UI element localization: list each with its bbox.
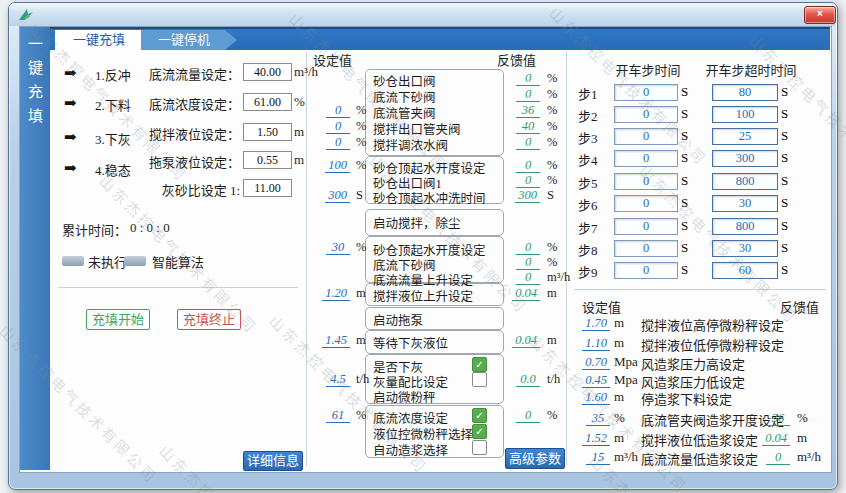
set-value-header: 设定值 — [313, 50, 352, 69]
step-time-input[interactable]: 0 — [614, 106, 678, 123]
elapsed-time-label: 累计时间： — [62, 220, 127, 239]
elapsed-time-value: 0 : 0 : 0 — [130, 220, 170, 236]
step-number: 步1 — [578, 84, 598, 103]
mixer-level-input[interactable]: 1.50 — [243, 123, 292, 141]
unit-label: m³/h — [614, 449, 638, 465]
ash-ratio-checkbox[interactable]: ✓ — [472, 372, 487, 387]
set-value[interactable]: 100 — [325, 158, 350, 173]
step-time-input[interactable]: 0 — [614, 195, 678, 212]
tab-one-key-stop[interactable]: 一键停机 — [141, 30, 237, 50]
set-unit: % — [356, 135, 366, 150]
feedback-unit: % — [547, 103, 557, 118]
feedback-unit: % — [547, 158, 557, 173]
pump-level-input[interactable]: 0.55 — [243, 151, 292, 169]
mid-row: 启动搅拌，除尘 — [306, 213, 566, 229]
detail-info-button[interactable]: 详细信息 — [243, 451, 303, 471]
set-value[interactable]: 300 — [325, 188, 350, 203]
step-time-input[interactable]: 0 — [614, 150, 678, 167]
step-timeout-input[interactable]: 25 — [712, 128, 778, 145]
unit-label: S — [681, 84, 688, 100]
fill-stop-button[interactable]: 充填终止 — [177, 309, 241, 330]
start-step-time-header: 开车步时间 — [600, 60, 696, 79]
feedback-unit: % — [547, 119, 557, 134]
feedback-value: 0 — [516, 87, 540, 102]
mid-row: 0 % 底流管夹阀 36 % — [306, 103, 566, 119]
set-unit: % — [356, 408, 366, 423]
step-name: 2.下料 — [95, 95, 131, 114]
feedback-unit: % — [547, 408, 557, 423]
step-timeout-input[interactable]: 100 — [712, 106, 778, 123]
set-value[interactable]: 30 — [326, 240, 350, 255]
set-value[interactable]: 35 — [586, 411, 610, 426]
set-value[interactable]: 1.20 — [322, 286, 350, 301]
fill-start-button[interactable]: 充填开始 — [86, 309, 150, 330]
step-timeout-input[interactable]: 30 — [712, 240, 778, 257]
set-value[interactable]: 1.60 — [582, 390, 610, 405]
step-arrow-icon: ➡ — [64, 128, 88, 146]
mid-row: 底流下砂阀 0 % — [306, 87, 566, 103]
unit-label: S — [681, 218, 688, 234]
mid-row: 30 % 砂仓顶起水开度设定 0 % — [306, 240, 566, 256]
step-timeout-input[interactable]: 300 — [712, 150, 778, 167]
set-value[interactable]: 1.52 — [582, 431, 610, 446]
set-value[interactable]: 1.45 — [322, 333, 350, 348]
ash-sand-ratio-input[interactable]: 11.00 — [243, 179, 292, 197]
set-value[interactable]: 0 — [326, 103, 350, 118]
feedback-unit: % — [547, 135, 557, 150]
set-value[interactable]: 0 — [326, 119, 350, 134]
param-label: 风造浆压力高设定 — [641, 354, 745, 373]
feedback-unit: m — [797, 430, 807, 446]
set-value[interactable]: 1.10 — [582, 336, 610, 351]
row-label: 等待下灰液位 — [373, 333, 448, 352]
step-timeout-input[interactable]: 800 — [712, 218, 778, 235]
feedback-value: 0 — [516, 71, 540, 86]
step-timeout-input[interactable]: 80 — [712, 84, 778, 101]
step-timeout-input[interactable]: 60 — [712, 262, 778, 279]
unit-label: m — [614, 389, 624, 405]
feedback-value: 0.0 — [516, 372, 540, 387]
mid-row: 61 % 底流浓度设定 ✓ 0 % — [306, 408, 566, 424]
divider — [566, 52, 567, 466]
set-value[interactable]: 1.70 — [582, 316, 610, 331]
feedback-unit: S — [547, 188, 554, 203]
ash-enable-checkbox[interactable]: ✓ — [472, 357, 487, 372]
feedback-unit: % — [547, 87, 557, 102]
underflow-flow-input[interactable]: 40.00 — [243, 63, 292, 81]
title-bar[interactable] — [9, 3, 835, 26]
set-value[interactable]: 0.45 — [582, 373, 610, 388]
step-time-input[interactable]: 0 — [614, 218, 678, 235]
set-value[interactable]: 4.5 — [326, 372, 350, 387]
unit-label: m — [294, 124, 304, 140]
unit-label: S — [781, 173, 788, 189]
step-timeout-input[interactable]: 30 — [712, 195, 778, 212]
set-value[interactable]: 0.70 — [582, 355, 610, 370]
unit-label: S — [781, 262, 788, 278]
set-unit: % — [356, 103, 366, 118]
feedback-unit: % — [547, 71, 557, 86]
step-time-input[interactable]: 0 — [614, 128, 678, 145]
feedback-unit: % — [547, 255, 557, 270]
mid-row: 1.20 m 搅拌液位上升设定 0.04 m — [306, 286, 566, 302]
unit-label: S — [681, 150, 688, 166]
feedback-unit: % — [797, 410, 808, 426]
step-time-input[interactable]: 0 — [614, 262, 678, 279]
mid-row: 是否下灰 ✓ — [306, 357, 566, 373]
step-time-input[interactable]: 0 — [614, 84, 678, 101]
set-value[interactable]: 0 — [326, 135, 350, 150]
auto-slurry-checkbox[interactable]: ✓ — [472, 440, 487, 455]
density-set-checkbox[interactable]: ✓ — [472, 408, 487, 423]
application-window: × 一键充填 一键充填 一键停机 ➡ ➡ ➡ ➡ 1.反冲 2.下料 3.下灰 … — [0, 0, 846, 493]
step-time-input[interactable]: 0 — [614, 173, 678, 190]
set-value[interactable]: 15 — [586, 450, 610, 465]
set-unit: % — [356, 240, 366, 255]
set-value[interactable]: 61 — [326, 408, 350, 423]
step-arrow-icon: ➡ — [64, 159, 88, 177]
level-scale-checkbox[interactable]: ✓ — [472, 424, 487, 439]
advanced-params-button[interactable]: 高级参数 — [505, 448, 565, 469]
step-time-input[interactable]: 0 — [614, 240, 678, 257]
underflow-density-input[interactable]: 61.00 — [243, 93, 292, 111]
tab-one-key-fill[interactable]: 一键充填 — [55, 30, 153, 50]
step-timeout-input[interactable]: 800 — [712, 173, 778, 190]
close-button[interactable]: × — [804, 6, 836, 24]
feedback-value: 0 — [516, 270, 540, 285]
